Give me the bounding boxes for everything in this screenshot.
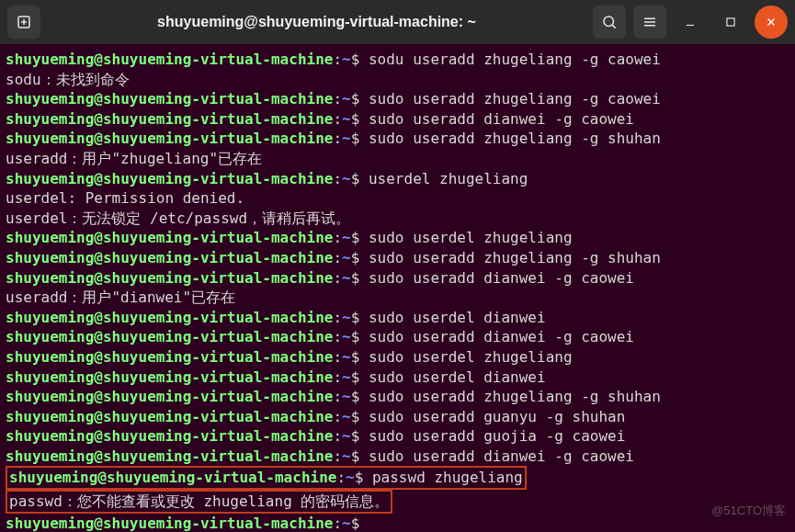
terminal-line: shuyueming@shuyueming-virtual-machine:~$… xyxy=(6,327,789,347)
prompt-symbol: $ xyxy=(351,447,369,465)
prompt-symbol: $ xyxy=(351,328,369,345)
prompt-path: ~ xyxy=(342,348,351,366)
output-text: userdel: Permission denied. xyxy=(6,189,244,207)
prompt-user-host: shuyueming@shuyueming-virtual-machine xyxy=(6,90,333,108)
terminal-line: shuyueming@shuyueming-virtual-machine:~$ xyxy=(6,514,789,532)
search-button[interactable] xyxy=(593,6,626,39)
search-icon xyxy=(601,14,618,30)
prompt-symbol: $ xyxy=(351,348,369,366)
maximize-button[interactable] xyxy=(714,6,747,39)
terminal-line: shuyueming@shuyueming-virtual-machine:~$… xyxy=(6,109,789,130)
terminal-line: userdel: Permission denied. xyxy=(6,188,789,209)
window-titlebar: shuyueming@shuyueming-virtual-machine: ~ xyxy=(0,0,795,44)
terminal-line: shuyueming@shuyueming-virtual-machine:~$… xyxy=(6,447,789,467)
prompt-path: ~ xyxy=(342,408,351,425)
command-text: sudo useradd zhugeliang -g shuhan xyxy=(369,388,661,405)
prompt-colon: : xyxy=(333,51,342,68)
prompt-colon: : xyxy=(333,427,342,445)
prompt-symbol: $ xyxy=(351,368,369,386)
prompt-symbol: $ xyxy=(351,229,369,246)
command-text: sudo useradd zhugeliang -g shuhan xyxy=(369,249,661,266)
prompt-symbol: $ xyxy=(351,269,369,287)
prompt-user-host: shuyueming@shuyueming-virtual-machine xyxy=(6,309,333,326)
command-text: sudo useradd zhugeliang -g shuhan xyxy=(369,130,661,147)
prompt-symbol: $ xyxy=(351,249,369,266)
prompt-user-host: shuyueming@shuyueming-virtual-machine xyxy=(6,229,333,246)
command-text: sudo useradd dianwei -g caowei xyxy=(369,269,634,287)
terminal-line: shuyueming@shuyueming-virtual-machine:~$… xyxy=(6,248,789,268)
terminal-line: shuyueming@shuyueming-virtual-machine:~$… xyxy=(6,228,789,248)
prompt-user-host: shuyueming@shuyueming-virtual-machine xyxy=(6,269,333,287)
output-text: useradd：用户"dianwei"已存在 xyxy=(6,289,235,306)
output-text: userdel：无法锁定 /etc/passwd，请稍后再试。 xyxy=(6,209,350,227)
prompt-user-host: shuyueming@shuyueming-virtual-machine xyxy=(6,249,333,266)
prompt-colon: : xyxy=(333,309,342,326)
prompt-colon: : xyxy=(333,408,342,425)
command-text: sudo userdel dianwei xyxy=(369,309,546,326)
command-text: sudo userdel zhugeliang xyxy=(369,229,573,246)
minimize-icon xyxy=(684,16,697,28)
prompt-user-host: shuyueming@shuyueming-virtual-machine xyxy=(6,170,333,187)
prompt-colon: : xyxy=(333,229,342,246)
prompt-symbol: $ xyxy=(351,309,369,326)
output-text: passwd：您不能查看或更改 zhugeliang 的密码信息。 xyxy=(9,492,389,510)
menu-button[interactable] xyxy=(633,6,666,39)
command-text: sudo useradd guojia -g caowei xyxy=(369,427,625,445)
prompt-colon: : xyxy=(333,249,342,266)
terminal-line: shuyueming@shuyueming-virtual-machine:~$… xyxy=(6,347,789,368)
maximize-icon xyxy=(724,16,737,28)
terminal-line: passwd：您不能查看或更改 zhugeliang 的密码信息。 xyxy=(6,490,789,514)
prompt-colon: : xyxy=(333,110,342,128)
prompt-colon: : xyxy=(333,447,342,465)
prompt-user-host: shuyueming@shuyueming-virtual-machine xyxy=(6,368,333,386)
terminal-line: shuyueming@shuyueming-virtual-machine:~$… xyxy=(6,308,789,328)
terminal-line: shuyueming@shuyueming-virtual-machine:~$… xyxy=(6,50,789,70)
prompt-path: ~ xyxy=(342,427,351,445)
highlighted-command: shuyueming@shuyueming-virtual-machine:~$… xyxy=(6,466,527,490)
prompt-user-host: shuyueming@shuyueming-virtual-machine xyxy=(6,427,333,445)
command-text: sudo useradd zhugeliang -g caowei xyxy=(369,90,661,108)
prompt-symbol: $ xyxy=(351,427,369,445)
terminal-body[interactable]: shuyueming@shuyueming-virtual-machine:~$… xyxy=(0,44,795,532)
command-text: userdel zhugeliang xyxy=(369,170,528,187)
terminal-line: shuyueming@shuyueming-virtual-machine:~$… xyxy=(6,407,789,427)
command-text: sudo userdel dianwei xyxy=(369,368,546,386)
prompt-colon: : xyxy=(333,269,342,287)
prompt-path: ~ xyxy=(342,170,351,187)
terminal-line: shuyueming@shuyueming-virtual-machine:~$… xyxy=(6,169,789,189)
output-text: useradd：用户"zhugeliang"已存在 xyxy=(6,150,262,167)
prompt-user-host: shuyueming@shuyueming-virtual-machine xyxy=(9,469,336,486)
prompt-user-host: shuyueming@shuyueming-virtual-machine xyxy=(6,515,333,532)
watermark: @51CTO博客 xyxy=(711,503,786,519)
command-text: sudo useradd dianwei -g caowei xyxy=(369,328,634,345)
new-tab-button[interactable] xyxy=(7,6,40,39)
prompt-path: ~ xyxy=(342,515,351,532)
prompt-symbol: $ xyxy=(351,388,369,405)
terminal-line: shuyueming@shuyueming-virtual-machine:~$… xyxy=(6,426,789,447)
output-text: sodu：未找到命令 xyxy=(6,71,130,88)
svg-line-4 xyxy=(612,25,615,28)
terminal-line: useradd：用户"zhugeliang"已存在 xyxy=(6,149,789,169)
prompt-path: ~ xyxy=(342,328,351,345)
prompt-symbol: $ xyxy=(351,90,369,108)
prompt-path: ~ xyxy=(342,368,351,386)
close-button[interactable] xyxy=(755,6,788,39)
window-title: shuyueming@shuyueming-virtual-machine: ~ xyxy=(48,14,585,30)
prompt-path: ~ xyxy=(342,51,351,68)
terminal-line: shuyueming@shuyueming-virtual-machine:~$… xyxy=(6,268,789,289)
prompt-colon: : xyxy=(333,170,342,187)
prompt-symbol: $ xyxy=(351,51,369,68)
terminal-line: useradd：用户"dianwei"已存在 xyxy=(6,288,789,308)
command-text: sodu useradd zhugeliang -g caowei xyxy=(369,51,661,68)
hamburger-icon xyxy=(642,14,658,30)
prompt-path: ~ xyxy=(342,110,351,128)
terminal-line: userdel：无法锁定 /etc/passwd，请稍后再试。 xyxy=(6,209,789,229)
svg-point-3 xyxy=(604,17,614,27)
close-icon xyxy=(765,16,778,28)
command-text: sudo useradd dianwei -g caowei xyxy=(369,447,634,465)
minimize-button[interactable] xyxy=(674,6,707,39)
command-text: sudo useradd guanyu -g shuhan xyxy=(369,408,625,425)
prompt-user-host: shuyueming@shuyueming-virtual-machine xyxy=(6,328,333,345)
prompt-path: ~ xyxy=(342,269,351,287)
prompt-path: ~ xyxy=(342,130,351,147)
